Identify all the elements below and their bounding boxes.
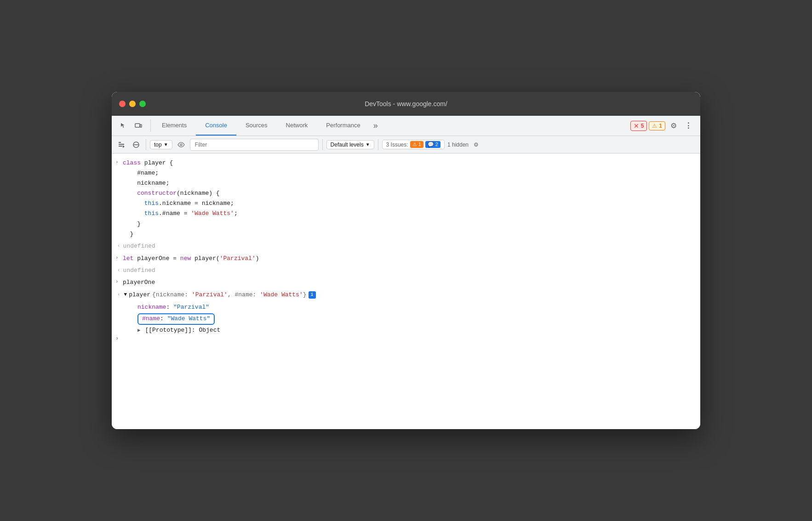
maximize-button[interactable] — [139, 101, 146, 107]
filter-input[interactable] — [190, 139, 319, 151]
error-badge[interactable]: ✕ 5 — [630, 121, 647, 131]
devtools-window: DevTools - www.google.com/ Elements — [112, 92, 700, 429]
settings-button[interactable]: ⚙ — [667, 119, 680, 132]
tab-performance[interactable]: Performance — [317, 116, 369, 136]
tab-bar: Elements Console Sources Network Perform… — [112, 116, 700, 136]
tab-elements[interactable]: Elements — [153, 116, 196, 136]
console-entry-playerone[interactable]: › playerOne — [112, 277, 700, 289]
output-arrow-icon-3: ‹ — [117, 291, 120, 299]
info-icon[interactable]: i — [309, 291, 316, 299]
svg-rect-2 — [119, 142, 121, 143]
console-prompt[interactable]: › — [112, 337, 700, 341]
warning-issues-count: ⚠ 1 — [410, 141, 423, 148]
code-playerone: playerOne — [123, 277, 155, 288]
tab-bar-right: ✕ 5 ⚠ 1 ⚙ ⋮ — [627, 116, 698, 136]
output-arrow-icon-2: ‹ — [117, 266, 120, 275]
input-arrow-icon: › — [115, 159, 119, 167]
hidden-settings-icon[interactable]: ⚙ — [471, 140, 480, 149]
traffic-lights — [119, 101, 146, 107]
prompt-arrow-icon: › — [115, 334, 119, 343]
eye-icon[interactable] — [175, 139, 187, 151]
context-selector[interactable]: top ▼ — [150, 140, 172, 149]
hidden-count: 1 hidden ⚙ — [447, 140, 480, 149]
chat-issues-count: 💬 2 — [425, 141, 440, 148]
svg-point-8 — [180, 144, 182, 146]
log-level-selector[interactable]: Default levels ▼ — [326, 140, 374, 149]
svg-rect-0 — [135, 124, 140, 127]
output-undefined-text-2: undefined — [123, 266, 155, 276]
prototype-expand-icon[interactable]: ▶ — [137, 328, 141, 333]
console-content: › class player { #name; nickname; constr… — [112, 153, 700, 429]
console-output-undefined-1: ‹ undefined — [112, 241, 700, 253]
tab-network[interactable]: Network — [277, 116, 317, 136]
console-entry-class[interactable]: › class player { #name; nickname; constr… — [112, 157, 700, 241]
close-button[interactable] — [119, 101, 126, 107]
svg-rect-1 — [140, 125, 142, 127]
minimize-button[interactable] — [129, 101, 136, 107]
toolbar-divider-3 — [378, 139, 378, 150]
tab-divider — [150, 119, 151, 132]
device-toggle-icon[interactable] — [132, 119, 145, 132]
object-properties: nickname: "Parzival" #name: "Wade Watts"… — [123, 302, 220, 335]
level-dropdown-icon: ▼ — [366, 142, 370, 147]
title-bar: DevTools - www.google.com/ — [112, 92, 700, 116]
tab-sources[interactable]: Sources — [236, 116, 277, 136]
toolbar-divider-2 — [322, 139, 323, 150]
console-entry-let[interactable]: › let playerOne = new player('Parzival') — [112, 253, 700, 265]
input-arrow-icon-2: › — [115, 254, 119, 262]
tab-spacer — [382, 116, 627, 136]
output-arrow-icon-1: ‹ — [117, 242, 120, 250]
object-preview: {nickname: 'Parzival', #name: 'Wade Watt… — [152, 290, 307, 300]
more-options-button[interactable]: ⋮ — [682, 119, 695, 132]
tab-bar-left-icons — [114, 116, 149, 136]
output-undefined-text-1: undefined — [123, 242, 155, 251]
tab-console[interactable]: Console — [196, 116, 236, 136]
svg-rect-4 — [119, 146, 122, 147]
warning-icon: ⚠ — [652, 123, 657, 129]
nickname-property: nickname: "Parzival" — [137, 302, 220, 313]
run-script-icon[interactable] — [115, 139, 127, 151]
prototype-property: ▶ [[Prototype]]: Object — [137, 325, 220, 336]
error-icon: ✕ — [634, 122, 639, 130]
console-toolbar: top ▼ Default levels ▼ 3 Issues: ⚠ 1 💬 2… — [112, 136, 700, 153]
issues-badge[interactable]: 3 Issues: ⚠ 1 💬 2 — [382, 140, 445, 149]
dropdown-arrow-icon: ▼ — [164, 142, 168, 147]
code-let-player: let playerOne = new player('Parzival') — [123, 254, 259, 264]
tabs-container: Elements Console Sources Network Perform… — [153, 116, 370, 136]
code-class-player: class player { #name; nickname; construc… — [123, 158, 238, 239]
toolbar-divider-1 — [146, 139, 146, 150]
console-output-object: ‹ ▼ player {nickname: 'Parzival', #name:… — [112, 289, 700, 337]
window-title: DevTools - www.google.com/ — [365, 100, 447, 108]
more-tabs-button[interactable]: » — [370, 116, 382, 136]
object-class-name: player — [129, 290, 150, 300]
object-expand-icon[interactable]: ▼ — [124, 291, 127, 299]
clear-console-button[interactable] — [130, 139, 142, 151]
input-arrow-icon-3: › — [115, 278, 119, 286]
inspect-icon[interactable] — [117, 119, 130, 132]
console-output-undefined-2: ‹ undefined — [112, 265, 700, 277]
warning-badge[interactable]: ⚠ 1 — [649, 121, 665, 130]
name-property-highlighted: #name: "Wade Watts" — [137, 313, 220, 325]
highlighted-name-prop: #name: "Wade Watts" — [137, 313, 215, 325]
svg-marker-5 — [123, 145, 125, 148]
svg-rect-3 — [119, 144, 124, 145]
